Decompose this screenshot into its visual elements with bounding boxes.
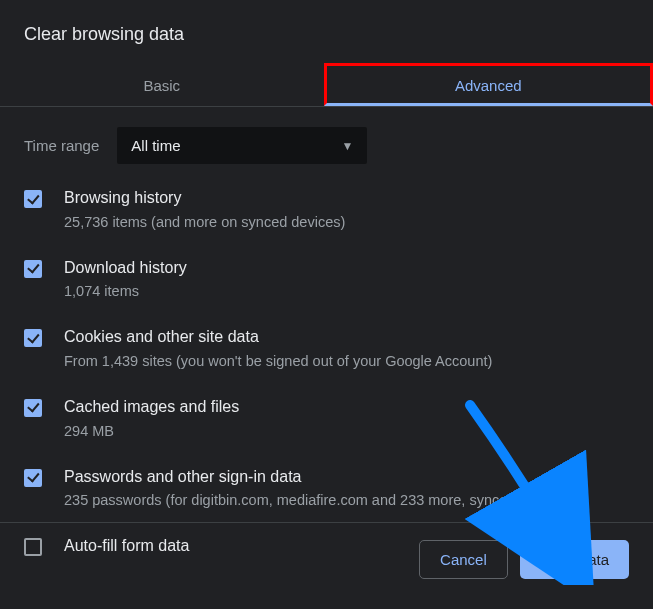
checkbox-browsing-history[interactable] [24, 190, 42, 208]
checkbox-autofill[interactable] [24, 538, 42, 556]
row-browsing-history: Browsing history 25,736 items (and more … [24, 176, 629, 246]
row-cache: Cached images and files 294 MB [24, 385, 629, 455]
checkbox-passwords[interactable] [24, 469, 42, 487]
item-title: Passwords and other sign-in data [64, 467, 629, 488]
item-title: Cookies and other site data [64, 327, 629, 348]
tab-advanced[interactable]: Advanced [324, 63, 654, 106]
clear-data-button[interactable]: Clear data [520, 540, 629, 579]
item-sub: From 1,439 sites (you won't be signed ou… [64, 352, 629, 371]
time-range-value: All time [131, 137, 180, 154]
row-passwords: Passwords and other sign-in data 235 pas… [24, 455, 629, 525]
row-download-history: Download history 1,074 items [24, 246, 629, 316]
item-title: Browsing history [64, 188, 629, 209]
dialog-footer: Cancel Clear data [419, 540, 629, 579]
item-sub: 235 passwords (for digitbin.com, mediafi… [64, 491, 629, 510]
item-title: Cached images and files [64, 397, 629, 418]
checkbox-download-history[interactable] [24, 260, 42, 278]
item-sub: 294 MB [64, 422, 629, 441]
time-range-row: Time range All time ▼ [0, 107, 653, 172]
item-title: Download history [64, 258, 629, 279]
row-cookies: Cookies and other site data From 1,439 s… [24, 315, 629, 385]
footer-divider [0, 522, 653, 523]
time-range-label: Time range [24, 137, 99, 154]
checkbox-cache[interactable] [24, 399, 42, 417]
item-sub: 1,074 items [64, 282, 629, 301]
tab-basic[interactable]: Basic [0, 63, 324, 106]
item-sub: 25,736 items (and more on synced devices… [64, 213, 629, 232]
tabs: Basic Advanced [0, 63, 653, 107]
cancel-button[interactable]: Cancel [419, 540, 508, 579]
chevron-down-icon: ▼ [341, 139, 353, 153]
checkbox-cookies[interactable] [24, 329, 42, 347]
data-type-list: Browsing history 25,736 items (and more … [0, 172, 653, 571]
time-range-select[interactable]: All time ▼ [117, 127, 367, 164]
dialog-title: Clear browsing data [0, 0, 653, 63]
